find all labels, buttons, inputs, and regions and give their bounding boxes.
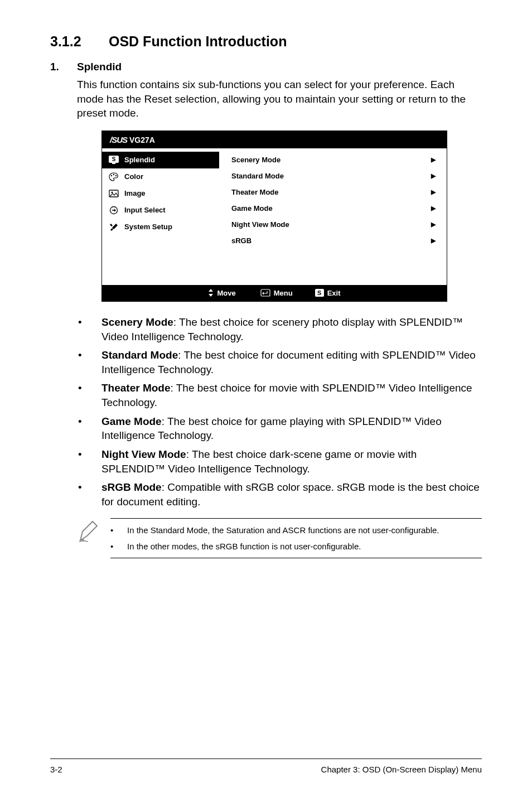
osd-right-content: Scenery Mode▶ Standard Mode▶ Theater Mod… xyxy=(219,148,447,285)
osd-option-label: Theater Mode xyxy=(231,188,279,196)
svg-point-7 xyxy=(112,191,113,193)
bullet-icon: • xyxy=(77,381,101,409)
bullet-icon: • xyxy=(77,348,101,376)
svg-point-4 xyxy=(113,174,114,175)
note-item: • In the Standard Mode, the Saturation a… xyxy=(110,524,482,536)
osd-body: S Splendid Color Image Input S xyxy=(102,148,447,285)
osd-option-label: Night View Mode xyxy=(231,220,289,229)
bullet-icon: • xyxy=(77,315,101,344)
osd-option-scenery-mode[interactable]: Scenery Mode▶ xyxy=(219,152,447,168)
heading-title: OSD Function Introduction xyxy=(109,33,287,49)
note-text: In the other modes, the sRGB function is… xyxy=(127,540,361,552)
note-content: • In the Standard Mode, the Saturation a… xyxy=(110,518,482,558)
osd-footer-bar: Move Menu S Exit xyxy=(102,285,447,301)
osd-footer-exit: S Exit xyxy=(315,289,341,297)
chevron-right-icon: ▶ xyxy=(431,221,436,228)
input-icon xyxy=(109,205,119,215)
bullet-text: Scenery Mode: The best choice for scener… xyxy=(101,315,482,344)
s-monitor-icon: S xyxy=(109,155,119,165)
chevron-right-icon: ▶ xyxy=(431,156,436,163)
osd-nav-label: System Setup xyxy=(124,223,172,231)
bullet-title: sRGB Mode xyxy=(101,481,162,493)
section-heading: 3.1.2OSD Function Introduction xyxy=(50,33,482,50)
osd-option-game-mode[interactable]: Game Mode▶ xyxy=(219,200,447,216)
osd-footer-exit-label: Exit xyxy=(327,289,341,297)
osd-option-label: Game Mode xyxy=(231,204,273,212)
subsection-number: 1. xyxy=(50,61,77,73)
bullet-title: Game Mode xyxy=(101,416,162,427)
osd-option-srgb[interactable]: sRGB▶ xyxy=(219,233,447,249)
osd-nav-image[interactable]: Image xyxy=(102,185,219,202)
list-item: • Theater Mode: The best choice for movi… xyxy=(77,381,482,409)
tools-icon xyxy=(109,222,119,232)
pencil-icon xyxy=(77,518,100,544)
note-item: • In the other modes, the sRGB function … xyxy=(110,540,482,552)
osd-title-bar: /SUS VG27A xyxy=(102,131,447,148)
bullet-icon: • xyxy=(110,540,127,552)
osd-nav-input-select[interactable]: Input Select xyxy=(102,202,219,219)
svg-text:S: S xyxy=(112,156,116,162)
mode-description-list: • Scenery Mode: The best choice for scen… xyxy=(77,315,482,509)
page-number: 3-2 xyxy=(50,765,62,774)
bullet-text: Night View Mode: The best choice dark-sc… xyxy=(101,447,482,476)
svg-point-3 xyxy=(111,175,112,176)
osd-footer-menu-label: Menu xyxy=(274,289,293,297)
svg-point-5 xyxy=(115,175,117,176)
svg-rect-9 xyxy=(261,289,270,296)
note-text: In the Standard Mode, the Saturation and… xyxy=(127,524,439,536)
chevron-right-icon: ▶ xyxy=(431,172,436,180)
osd-option-standard-mode[interactable]: Standard Mode▶ xyxy=(219,168,447,184)
osd-footer-menu: Menu xyxy=(258,289,293,297)
list-item: • Scenery Mode: The best choice for scen… xyxy=(77,315,482,344)
list-item: • Standard Mode: The best choice for doc… xyxy=(77,348,482,376)
heading-number: 3.1.2 xyxy=(50,33,109,50)
list-item: • Game Mode: The best choice for game pl… xyxy=(77,414,482,443)
chevron-right-icon: ▶ xyxy=(431,189,436,196)
osd-nav-label: Input Select xyxy=(124,206,166,214)
page-footer: 3-2 Chapter 3: OSD (On-Screen Display) M… xyxy=(50,758,482,774)
bullet-icon: • xyxy=(77,414,101,443)
bullet-text: Game Mode: The best choice for game play… xyxy=(101,414,482,443)
bullet-icon: • xyxy=(77,447,101,476)
bullet-text: sRGB Mode: Compatible with sRGB color sp… xyxy=(101,480,482,509)
image-icon xyxy=(109,189,119,199)
svg-rect-2 xyxy=(112,163,115,164)
osd-footer-move: Move xyxy=(208,289,235,297)
osd-nav-system-setup[interactable]: System Setup xyxy=(102,219,219,235)
osd-option-night-view-mode[interactable]: Night View Mode▶ xyxy=(219,216,447,233)
list-item: • Night View Mode: The best choice dark-… xyxy=(77,447,482,476)
intro-paragraph: This function contains six sub-functions… xyxy=(77,78,482,120)
updown-icon xyxy=(208,289,214,297)
subsection-title: Splendid xyxy=(77,61,122,73)
list-item: • sRGB Mode: Compatible with sRGB color … xyxy=(77,480,482,509)
osd-option-label: Scenery Mode xyxy=(231,156,280,164)
osd-option-label: sRGB xyxy=(231,236,252,245)
bullet-title: Standard Mode xyxy=(101,349,178,361)
bullet-title: Theater Mode xyxy=(101,382,171,394)
osd-footer-move-label: Move xyxy=(217,289,235,297)
subsection-heading: 1.Splendid xyxy=(50,61,482,73)
osd-nav-label: Image xyxy=(124,189,146,197)
osd-model: VG27A xyxy=(129,136,155,144)
osd-nav-label: Splendid xyxy=(124,156,155,164)
osd-nav-label: Color xyxy=(124,172,143,181)
bullet-title: Night View Mode xyxy=(101,448,186,460)
note-block: • In the Standard Mode, the Saturation a… xyxy=(77,518,482,558)
bullet-title: Scenery Mode xyxy=(101,316,173,328)
osd-option-theater-mode[interactable]: Theater Mode▶ xyxy=(219,184,447,200)
bullet-icon: • xyxy=(110,524,127,536)
osd-left-nav: S Splendid Color Image Input S xyxy=(102,148,219,285)
chapter-label: Chapter 3: OSD (On-Screen Display) Menu xyxy=(321,765,482,774)
enter-icon xyxy=(258,289,270,297)
osd-menu-screenshot: /SUS VG27A S Splendid Color Image xyxy=(101,131,447,302)
bullet-icon: • xyxy=(77,480,101,509)
asus-logo-text: /SUS xyxy=(110,135,127,144)
bullet-text: Standard Mode: The best choice for docum… xyxy=(101,348,482,376)
osd-nav-splendid[interactable]: S Splendid xyxy=(102,152,219,168)
bullet-text: Theater Mode: The best choice for movie … xyxy=(101,381,482,409)
palette-icon xyxy=(109,172,119,182)
s-badge-icon: S xyxy=(315,289,324,297)
osd-nav-color[interactable]: Color xyxy=(102,168,219,185)
chevron-right-icon: ▶ xyxy=(431,237,436,244)
osd-option-label: Standard Mode xyxy=(231,172,284,180)
